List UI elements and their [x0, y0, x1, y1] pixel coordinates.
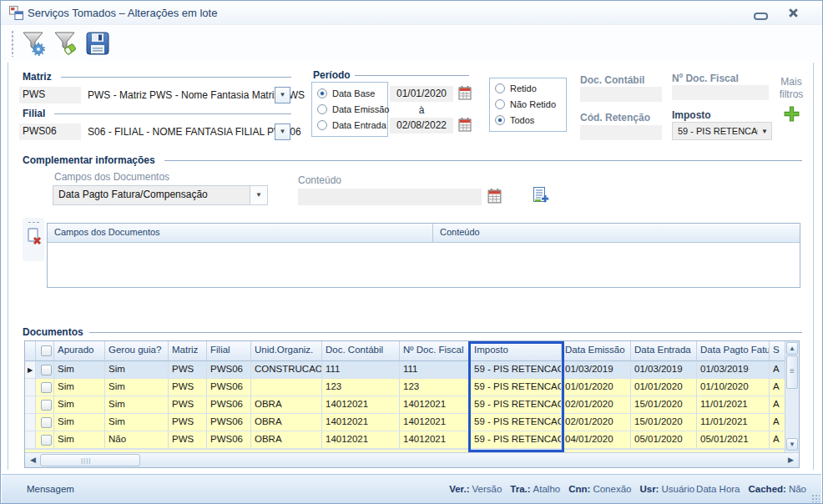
- grid-column-header[interactable]: Matriz: [169, 341, 207, 361]
- calendar-icon[interactable]: [458, 117, 472, 135]
- row-checkbox-cell[interactable]: [36, 431, 54, 449]
- scroll-up-arrow[interactable]: ▲: [786, 342, 798, 355]
- grid-cell[interactable]: A: [770, 396, 785, 414]
- table-row[interactable]: ▶SimSimPWSPWS06CONSTRUCAO11111159 - PIS …: [25, 361, 785, 379]
- campos-docs-combo[interactable]: Data Pagto Fatura/Compensação ▼: [53, 185, 268, 205]
- grid-cell[interactable]: OBRA: [251, 431, 322, 449]
- scroll-down-arrow[interactable]: ▼: [786, 438, 798, 451]
- maximize-button[interactable]: [754, 13, 768, 20]
- checkbox-icon[interactable]: [41, 400, 52, 411]
- table-row[interactable]: SimNãoPWSPWS06OBRA140120211401202159 - P…: [25, 431, 785, 449]
- resize-grip[interactable]: [811, 494, 820, 502]
- matriz-combo-arrow[interactable]: ▼: [275, 87, 290, 103]
- table-row[interactable]: SimSimPWSPWS06OBRA140120211401202159 - P…: [25, 396, 785, 414]
- grid-cell[interactable]: PWS06: [207, 379, 251, 396]
- calendar-icon[interactable]: [458, 85, 472, 103]
- matriz-code-field[interactable]: PWS: [19, 87, 81, 103]
- grid-cell[interactable]: PWS: [169, 414, 207, 431]
- filial-code-field[interactable]: PWS06: [19, 123, 81, 140]
- grid-cell[interactable]: 59 - PIS RETENCAO: [471, 396, 562, 414]
- grid-cell[interactable]: [251, 379, 322, 396]
- grid-cell[interactable]: 05/01/2020: [631, 431, 697, 449]
- grid-cell[interactable]: 111: [322, 361, 400, 379]
- filial-combo-value[interactable]: S06 - FILIAL - NOME FANTASIA FILIAL PWS0…: [88, 126, 301, 138]
- grid-cell[interactable]: OBRA: [251, 396, 322, 414]
- checkbox-icon[interactable]: [41, 435, 52, 446]
- row-selector-cell[interactable]: [25, 431, 36, 449]
- grid-cell[interactable]: 59 - PIS RETENCAO: [471, 414, 562, 431]
- radio-todos[interactable]: Todos: [495, 114, 534, 126]
- grid-cell[interactable]: Sim: [105, 379, 169, 396]
- grid-column-header[interactable]: Data Emissão: [562, 341, 631, 361]
- vertical-scrollbar[interactable]: ▲ ▼: [785, 341, 799, 452]
- doc-contabil-field[interactable]: [580, 87, 662, 102]
- close-button[interactable]: [785, 8, 800, 21]
- grid-cell[interactable]: A: [770, 379, 785, 396]
- grid-cell[interactable]: 14012021: [322, 414, 400, 431]
- grid-cell[interactable]: Sim: [54, 379, 105, 396]
- grid-cell[interactable]: 14012021: [400, 396, 471, 414]
- add-filter-button[interactable]: [784, 106, 800, 125]
- grid-cell[interactable]: A: [770, 361, 785, 379]
- grid-cell[interactable]: PWS: [169, 431, 207, 449]
- horizontal-scrollbar[interactable]: ◀ ▶: [25, 452, 799, 467]
- grid-cell[interactable]: 02/01/2020: [562, 414, 631, 431]
- save-button[interactable]: [82, 28, 114, 59]
- grid-cell[interactable]: 15/01/2020: [631, 414, 697, 431]
- row-selector-cell[interactable]: [25, 396, 36, 414]
- grid-cell[interactable]: 59 - PIS RETENCAO: [471, 379, 562, 396]
- date-to-field[interactable]: 02/08/2022: [390, 118, 453, 134]
- radio-nao-retido[interactable]: Não Retido: [495, 98, 556, 110]
- grid-column-header[interactable]: Nº Doc. Fiscal: [400, 341, 471, 361]
- grid-cell[interactable]: Sim: [54, 361, 105, 379]
- grid-cell[interactable]: 05/01/2021: [697, 431, 770, 449]
- drag-handle-icon[interactable]: [28, 221, 39, 224]
- row-selector-cell[interactable]: [25, 414, 36, 431]
- grid-cell[interactable]: 123: [400, 379, 471, 396]
- column-header[interactable]: Campos dos Documentos: [48, 224, 433, 242]
- conteudo-field[interactable]: [298, 189, 482, 205]
- grid-column-header[interactable]: Filial: [207, 341, 251, 361]
- grid-column-header[interactable]: Doc. Contábil: [322, 341, 400, 361]
- matriz-combo-value[interactable]: PWS - Matriz PWS - Nome Fantasia Matriz …: [88, 89, 305, 101]
- row-checkbox-cell[interactable]: [36, 361, 54, 379]
- grid-cell[interactable]: Sim: [105, 414, 169, 431]
- radio-data-base[interactable]: Data Base: [317, 88, 375, 99]
- select-all-checkbox-cell[interactable]: [36, 341, 54, 361]
- date-from-field[interactable]: 01/01/2020: [390, 86, 453, 102]
- add-to-list-button[interactable]: [533, 186, 550, 209]
- checkbox-icon[interactable]: [41, 382, 52, 393]
- grid-cell[interactable]: 01/01/2020: [562, 379, 631, 396]
- grid-cell[interactable]: 01/03/2019: [562, 361, 631, 379]
- imposto-combo[interactable]: 59 - PIS RETENCAO ▼: [672, 122, 772, 140]
- grid-cell[interactable]: Sim: [54, 396, 105, 414]
- grid-column-header[interactable]: S: [770, 341, 785, 361]
- grid-cell[interactable]: 01/10/2020: [697, 379, 770, 396]
- row-selector-cell[interactable]: ▶: [25, 361, 36, 379]
- grid-cell[interactable]: 01/01/2020: [631, 379, 697, 396]
- grid-cell[interactable]: 111: [400, 361, 471, 379]
- column-header[interactable]: Conteúdo: [433, 224, 800, 242]
- grid-column-header[interactable]: Data Pagto Fatura: [697, 341, 770, 361]
- grid-cell[interactable]: 123: [322, 379, 400, 396]
- grid-cell[interactable]: PWS06: [207, 414, 251, 431]
- grid-cell[interactable]: 14012021: [400, 414, 471, 431]
- grid-cell[interactable]: 14012021: [322, 431, 400, 449]
- horizontal-scroll-thumb[interactable]: [40, 454, 140, 466]
- grid-cell[interactable]: 01/03/2019: [697, 361, 770, 379]
- vertical-scroll-thumb[interactable]: [786, 355, 798, 389]
- grid-cell[interactable]: Sim: [54, 414, 105, 431]
- grid-cell[interactable]: 59 - PIS RETENCAO: [471, 431, 562, 449]
- grid-cell[interactable]: 14012021: [322, 396, 400, 414]
- grid-column-header[interactable]: Apurado: [54, 341, 105, 361]
- row-checkbox-cell[interactable]: [36, 396, 54, 414]
- grid-cell[interactable]: 11/01/2021: [697, 414, 770, 431]
- toolbar-grip[interactable]: [11, 30, 14, 57]
- cod-retencao-field[interactable]: [580, 125, 662, 140]
- grid-cell[interactable]: PWS06: [207, 396, 251, 414]
- radio-retido[interactable]: Retido: [495, 83, 537, 94]
- grid-cell[interactable]: 14012021: [400, 431, 471, 449]
- grid-cell[interactable]: Não: [105, 431, 169, 449]
- grid-cell[interactable]: OBRA: [251, 414, 322, 431]
- table-row[interactable]: SimSimPWSPWS06OBRA140120211401202159 - P…: [25, 414, 785, 431]
